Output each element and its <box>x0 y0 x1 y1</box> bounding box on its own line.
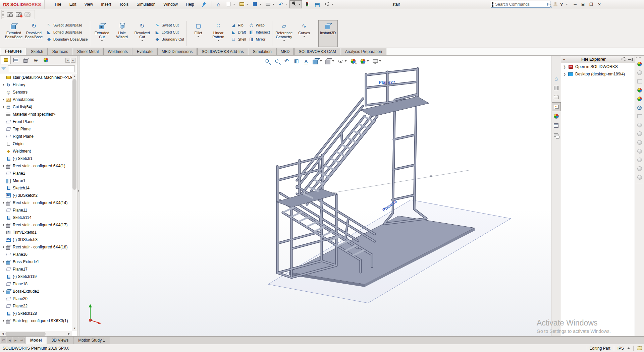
ribbon-button[interactable]: Hole Wizard <box>112 20 132 47</box>
next-frame-icon[interactable]: ▶ <box>13 338 18 343</box>
dropdown-caret-icon[interactable] <box>246 4 248 5</box>
help-caret-icon[interactable] <box>566 4 568 5</box>
ribbon-button[interactable]: Instant3D <box>318 20 338 47</box>
scroll-up-icon[interactable]: ▲ <box>72 74 77 79</box>
first-frame-icon[interactable]: ⏮ <box>1 338 6 343</box>
user-account-icon[interactable] <box>553 2 557 6</box>
tree-item[interactable]: Boss-Extrude2 <box>0 288 72 295</box>
expand-arrow-icon[interactable] <box>1 260 6 263</box>
tags-icon[interactable] <box>637 346 642 350</box>
configuration-manager-tab[interactable] <box>21 56 31 64</box>
file-explorer-item[interactable]: ❯ Desktop (desktop-nm189t4) <box>561 70 635 78</box>
ribbon-button[interactable]: Extruded Boss/Base <box>4 20 23 47</box>
help-button[interactable]: ? <box>560 2 563 7</box>
tree-item[interactable]: Plane2 <box>0 170 72 177</box>
tree-item[interactable]: Origin <box>0 140 72 148</box>
menu-item[interactable]: Insert <box>97 1 115 8</box>
dropdown-caret-icon[interactable] <box>233 4 235 5</box>
tree-item[interactable]: Plane22 <box>0 302 72 310</box>
command-tab[interactable]: Analysis Preparation <box>341 48 386 55</box>
command-tab[interactable]: Surfaces <box>48 48 72 55</box>
resize-button[interactable]: ⊞ <box>581 2 585 7</box>
expand-arrow-icon[interactable] <box>1 224 6 226</box>
bottom-tab[interactable]: 3D Views <box>47 337 73 344</box>
dropdown-caret-icon[interactable] <box>283 40 285 41</box>
expand-chevron-icon[interactable]: ❯ <box>563 72 568 76</box>
tree-item[interactable]: Plane17 <box>0 266 72 273</box>
status-units[interactable]: IPS <box>618 346 624 351</box>
graphics-viewport[interactable]: Plane27 <box>79 56 551 336</box>
expand-chevron-icon[interactable]: ❯ <box>563 65 568 69</box>
tree-item[interactable]: Plane16 <box>0 251 72 258</box>
quick-access-button[interactable] <box>237 0 250 8</box>
expand-arrow-icon[interactable] <box>1 106 6 108</box>
tree-item[interactable]: Mirror1 <box>0 177 72 184</box>
command-tab[interactable]: MBD <box>276 48 294 55</box>
tree-item[interactable]: Cut list(64) <box>0 103 72 111</box>
expand-arrow-icon[interactable] <box>1 201 6 204</box>
restore-button[interactable]: ❐ <box>589 2 593 7</box>
ribbon-button[interactable]: ∿ Curves <box>294 20 314 47</box>
ribbon-stack-button[interactable]: ◨ Mirror <box>248 36 272 43</box>
search-commands-box[interactable]: > <box>491 1 550 8</box>
tree-item[interactable]: (-) Sketch119 <box>0 273 72 280</box>
command-tab[interactable]: SOLIDWORKS Add-Ins <box>197 48 248 55</box>
dropdown-caret-icon[interactable] <box>272 4 274 5</box>
ribbon-button[interactable]: Extruded Cut <box>92 20 112 47</box>
quick-access-button[interactable] <box>323 0 335 8</box>
pin-panel-icon[interactable] <box>628 58 633 61</box>
tree-item[interactable]: Trim/Extend1 <box>0 229 72 236</box>
ribbon-stack-button[interactable]: ∿ Swept Cut <box>154 21 186 28</box>
view-toolbar-button[interactable] <box>323 57 335 65</box>
tree-item[interactable]: Plane20 <box>0 295 72 302</box>
dropdown-caret-icon[interactable] <box>141 40 143 41</box>
minimize-button[interactable]: ─ <box>574 2 577 7</box>
tree-root-item[interactable]: stair (Default<As Machined><<De <box>0 74 72 81</box>
ribbon-button[interactable]: ↻ Revolved Boss/Base <box>24 20 44 47</box>
tree-item[interactable]: Sketch14 <box>0 184 72 192</box>
dropdown-caret-icon[interactable] <box>332 60 334 62</box>
view-toolbar-button[interactable] <box>336 57 348 65</box>
tree-item[interactable]: Sensors <box>0 89 72 96</box>
tree-item[interactable]: Annotations <box>0 96 72 103</box>
view-toolbar-button[interactable] <box>262 57 272 65</box>
search-input[interactable] <box>495 2 547 7</box>
quick-access-button[interactable]: ⌂ <box>214 0 223 8</box>
tree-item[interactable]: Right Plane <box>0 133 72 140</box>
tree-horizontal-scrollbar[interactable]: ◀ ▶ <box>0 331 72 336</box>
menu-item[interactable]: File <box>51 1 65 8</box>
menu-item[interactable]: Edit <box>65 1 80 8</box>
task-pane-tab[interactable] <box>552 121 561 130</box>
scrollbar-thumb[interactable] <box>5 332 46 336</box>
dropdown-caret-icon[interactable] <box>320 60 322 62</box>
featuremanager-tree-tab[interactable] <box>1 56 11 64</box>
render-tool-button[interactable] <box>636 121 643 129</box>
task-pane-tab[interactable] <box>552 130 561 139</box>
tree-item[interactable]: Boss-Extrude1 <box>0 258 72 266</box>
close-button[interactable]: ✕ <box>598 2 601 7</box>
render-tool-button[interactable] <box>636 69 643 76</box>
tree-item[interactable]: Rect stair - configured 6X4(1) <box>0 162 72 170</box>
scroll-down-icon[interactable]: ▼ <box>72 326 77 331</box>
scrollbar-thumb[interactable] <box>72 79 76 190</box>
stair-3d-model[interactable] <box>79 56 551 336</box>
tree-item[interactable]: (-) 3DSketch2 <box>0 192 72 199</box>
ribbon-button[interactable]: ▱ Reference Geometry <box>274 20 294 47</box>
ribbon-stack-button[interactable]: ◆ Boundary Boss/Base <box>46 36 90 43</box>
expand-arrow-icon[interactable] <box>1 165 6 167</box>
ribbon-stack-button[interactable]: □ Shell <box>230 36 248 43</box>
render-tool-button[interactable] <box>636 113 643 120</box>
property-manager-tab[interactable] <box>11 56 21 64</box>
expand-arrow-icon[interactable] <box>1 319 6 322</box>
task-pane-tab[interactable] <box>552 112 561 121</box>
display-manager-tab[interactable] <box>41 56 51 64</box>
dropdown-caret-icon[interactable] <box>367 60 369 62</box>
command-tab[interactable]: SOLIDWORKS CAM <box>294 48 340 55</box>
tree-item[interactable]: (-) Sketch1 <box>0 155 72 162</box>
tree-item[interactable]: Rect stair - configured 6X4(14) <box>0 199 72 207</box>
quick-access-button[interactable]: ▤ <box>313 0 322 8</box>
tree-item[interactable]: Rect stair - configured 6X4(18) <box>0 243 72 251</box>
task-pane-tab[interactable] <box>552 74 561 83</box>
ribbon-stack-button[interactable]: ◣ Lofted Cut <box>154 28 186 36</box>
command-tab[interactable]: Features <box>1 48 26 55</box>
